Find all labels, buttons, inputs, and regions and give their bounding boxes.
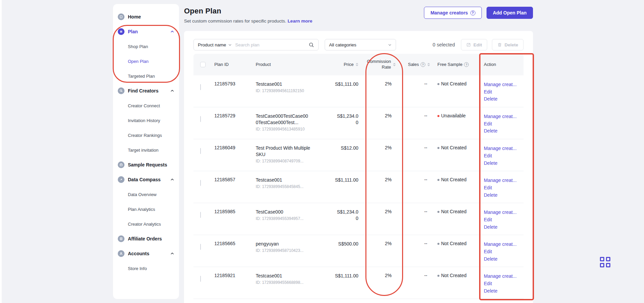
category-filter-select[interactable]: All categories xyxy=(325,39,396,50)
price: S$1,111.00 xyxy=(320,273,358,295)
delete-link[interactable]: Delete xyxy=(484,288,524,295)
commission-rate: 2% xyxy=(358,113,400,135)
row-checkbox[interactable] xyxy=(200,116,201,122)
chevron-up-icon[interactable] xyxy=(170,30,174,34)
search-field-dropdown[interactable]: Product name xyxy=(198,42,232,47)
trash-icon xyxy=(497,42,502,47)
sort-sales-icon[interactable] xyxy=(427,63,430,66)
plan-id: 12186049 xyxy=(206,145,256,167)
manage-creators-link[interactable]: Manage creat... xyxy=(484,273,524,280)
app-grid-icon[interactable] xyxy=(600,257,611,268)
free-sample-info-icon[interactable]: ? xyxy=(464,62,469,67)
sidebar-item-data-overview[interactable]: Data Overview xyxy=(113,187,179,202)
search-icon[interactable] xyxy=(309,42,314,48)
sidebar: Home Plan Shop Plan Open Plan Targeted P… xyxy=(113,4,179,299)
sidebar-item-targeted-plan[interactable]: Targeted Plan xyxy=(113,69,179,83)
manage-creators-link[interactable]: Manage creat... xyxy=(484,145,524,152)
delete-link[interactable]: Delete xyxy=(484,256,524,263)
row-checkbox[interactable] xyxy=(200,148,201,154)
sidebar-item-affiliate-orders[interactable]: Affiliate Orders xyxy=(113,231,179,246)
plan-icon xyxy=(118,28,124,35)
edit-link[interactable]: Edit xyxy=(484,120,524,128)
status-dot xyxy=(437,179,439,181)
free-sample-status: Not Created xyxy=(441,145,466,150)
edit-link[interactable]: Edit xyxy=(484,88,524,96)
sidebar-item-creator-analytics[interactable]: Creator Analytics xyxy=(113,217,179,231)
price: S$12.00 xyxy=(320,145,358,167)
chevron-up-icon[interactable] xyxy=(170,89,174,93)
sidebar-item-data-compass[interactable]: Data Compass xyxy=(113,172,179,187)
edit-button[interactable]: Edit xyxy=(461,39,488,50)
delete-link[interactable]: Delete xyxy=(484,127,524,135)
table-row: 12185793 Testcase001ID: 1729389945611192… xyxy=(193,75,524,107)
manage-creators-link[interactable]: Manage creat... xyxy=(484,209,524,216)
product-name: TestCase000TestCase000TestCase000Test... xyxy=(256,113,320,126)
column-action: Action xyxy=(484,62,496,68)
product-name: Test Product With Multiple SKU xyxy=(256,145,320,158)
manage-creators-link[interactable]: Manage creat... xyxy=(484,241,524,248)
row-checkbox[interactable] xyxy=(200,276,201,282)
edit-link[interactable]: Edit xyxy=(484,280,524,288)
edit-link[interactable]: Edit xyxy=(484,216,524,224)
delete-link[interactable]: Delete xyxy=(484,96,524,103)
sidebar-item-creator-rankings[interactable]: Creator Rankings xyxy=(113,128,179,143)
sales-info-icon[interactable]: ? xyxy=(421,62,425,67)
edit-link[interactable]: Edit xyxy=(484,184,524,192)
sidebar-item-target-invitation[interactable]: Target invitation xyxy=(113,143,179,157)
sidebar-item-invitation-history[interactable]: Invitation History xyxy=(113,113,179,128)
add-open-plan-button[interactable]: Add Open Plan xyxy=(487,7,533,19)
manage-creators-link[interactable]: Manage creat... xyxy=(484,113,524,120)
sort-commission-icon[interactable] xyxy=(393,63,396,66)
learn-more-link[interactable]: Learn more xyxy=(288,18,313,24)
row-checkbox[interactable] xyxy=(200,244,201,250)
manage-creators-button[interactable]: Manage creators ? xyxy=(424,7,481,19)
sidebar-item-creator-connect[interactable]: Creator Connect xyxy=(113,98,179,113)
table-toolbar: Product name All categories 0 selected E… xyxy=(193,39,524,50)
page-title: Open Plan xyxy=(184,7,424,15)
price: S$1,234.0 0 xyxy=(320,113,358,135)
select-all-checkbox[interactable] xyxy=(200,62,206,67)
plan-id: 12185921 xyxy=(206,273,256,295)
row-checkbox[interactable] xyxy=(200,212,201,218)
search-input[interactable] xyxy=(235,42,309,47)
sidebar-item-home[interactable]: Home xyxy=(113,9,179,24)
delete-button[interactable]: Delete xyxy=(492,39,524,50)
free-sample-status: Not Created xyxy=(441,177,466,182)
sales: -- xyxy=(400,81,430,103)
left-edge-strip xyxy=(0,0,2,303)
sidebar-item-open-plan[interactable]: Open Plan xyxy=(113,54,179,69)
delete-link[interactable]: Delete xyxy=(484,224,524,231)
delete-link[interactable]: Delete xyxy=(484,160,524,167)
sidebar-item-find-creators[interactable]: Find Creators xyxy=(113,83,179,98)
status-dot xyxy=(437,243,439,245)
sidebar-item-plan-analytics[interactable]: Plan Analytics xyxy=(113,202,179,217)
row-checkbox[interactable] xyxy=(200,180,201,186)
commission-rate: 2% xyxy=(358,177,400,199)
row-checkbox[interactable] xyxy=(200,84,201,90)
table-row: 12185857 Testcase001ID: 1729389945584584… xyxy=(193,171,524,203)
sales: -- xyxy=(400,177,430,199)
chevron-up-icon[interactable] xyxy=(170,178,174,182)
delete-link[interactable]: Delete xyxy=(484,192,524,199)
sidebar-item-accounts[interactable]: Accounts xyxy=(113,246,179,261)
manage-creators-link[interactable]: Manage creat... xyxy=(484,177,524,184)
plan-id: 12185793 xyxy=(206,81,256,103)
table-row: 12135809 need approveID: 172938996357441… xyxy=(193,299,524,303)
open-plan-table: Plan ID Product Price Commission Rate Sa… xyxy=(193,54,524,303)
sidebar-item-store-info[interactable]: Store Info xyxy=(113,261,179,276)
help-icon: ? xyxy=(470,10,475,15)
person-icon xyxy=(118,250,124,257)
edit-link[interactable]: Edit xyxy=(484,152,524,160)
product-id: ID: 17293899455845845... xyxy=(256,184,320,189)
commission-rate: 2% xyxy=(358,81,400,103)
chevron-up-icon[interactable] xyxy=(170,252,174,256)
edit-link[interactable]: Edit xyxy=(484,248,524,256)
page-subtitle: Set custom commission rates for specific… xyxy=(184,18,424,24)
table-row: 12186049 Test Product With Multiple SKUI… xyxy=(193,139,524,171)
product-name: Testcase001 xyxy=(256,177,320,183)
sidebar-item-plan[interactable]: Plan xyxy=(113,24,179,39)
sidebar-item-shop-plan[interactable]: Shop Plan xyxy=(113,39,179,54)
sidebar-item-sample-requests[interactable]: Sample Requests xyxy=(113,157,179,172)
manage-creators-link[interactable]: Manage creat... xyxy=(484,81,524,88)
sort-price-icon[interactable] xyxy=(356,63,358,66)
